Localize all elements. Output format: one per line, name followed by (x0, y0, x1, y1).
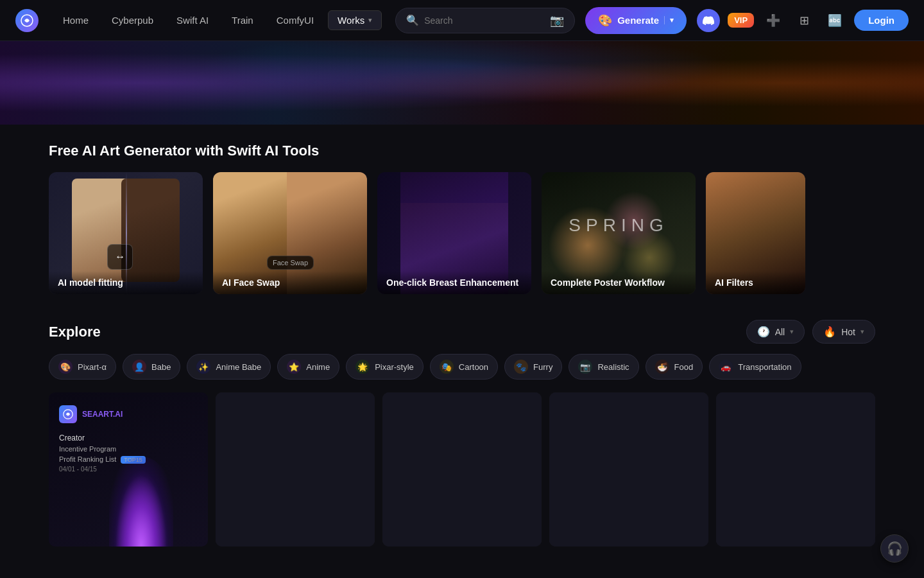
cat-pixar[interactable]: 🌟 Pixar-style (346, 354, 424, 380)
search-icon: 🔍 (406, 14, 419, 26)
empty-card-bg (382, 392, 542, 547)
cat-babe[interactable]: 👤 Babe (123, 354, 180, 380)
cat-transportation[interactable]: 🚗 Transportation (709, 354, 801, 380)
category-tags: 🎨 Pixart-α 👤 Babe ✨ Anime Babe ⭐ Anime 🌟… (49, 354, 875, 380)
content-card-inner (549, 392, 708, 547)
content-card-2[interactable] (216, 392, 375, 547)
fire-icon: 🔥 (823, 326, 836, 338)
nav-cyberpub[interactable]: Cyberpub (103, 11, 162, 30)
nav-swift-ai[interactable]: Swift AI (167, 11, 218, 30)
spring-text: SPRING (569, 215, 668, 236)
cat-pixart[interactable]: 🎨 Pixart-α (49, 354, 116, 380)
pixar-icon: 🌟 (355, 360, 370, 374)
cat-furry[interactable]: 🐾 Furry (504, 354, 562, 380)
tool-card-label: One-click Breast Enhancement (377, 271, 531, 294)
tool-card-ai-filters[interactable]: AI Filters (706, 172, 805, 294)
transportation-icon: 🚗 (719, 360, 733, 374)
cat-realistic[interactable]: 📷 Realistic (569, 354, 638, 380)
nav-links: Home Cyberpub Swift AI Train ComfyUI Wor… (54, 10, 385, 30)
generate-button[interactable]: 🎨 Generate ▾ (585, 7, 687, 34)
nav-train[interactable]: Train (223, 11, 262, 30)
nav-home[interactable]: Home (54, 11, 98, 30)
camera-icon[interactable]: 📷 (550, 13, 564, 28)
content-card-inner (382, 392, 542, 547)
nav-works[interactable]: Works ▾ (328, 10, 382, 30)
tools-section-title: Free AI Art Generator with Swift AI Tool… (49, 143, 875, 159)
empty-card-bg (549, 392, 708, 547)
pixart-icon: 🎨 (58, 360, 73, 374)
creator-logo: SEAART.AI (59, 405, 198, 423)
tool-card-breast-enhancement[interactable]: One-click Breast Enhancement (377, 172, 531, 294)
all-chevron: ▾ (790, 328, 794, 336)
anime-babe-icon: ✨ (196, 360, 210, 374)
babe-icon: 👤 (132, 360, 146, 374)
creator-logo-icon (59, 405, 77, 423)
main-content: Free AI Art Generator with Swift AI Tool… (0, 125, 924, 565)
works-chevron: ▾ (368, 16, 372, 24)
cat-anime[interactable]: ⭐ Anime (277, 354, 339, 380)
logo[interactable] (15, 9, 38, 32)
tool-card-poster-workflow[interactable]: SPRING Complete Poster Workflow (542, 172, 696, 294)
filter-all-button[interactable]: 🕐 All ▾ (746, 320, 805, 344)
creator-incentive-card[interactable]: SEAART.AI Creator Incentive Program Prof… (49, 392, 208, 547)
explore-header: Explore 🕐 All ▾ 🔥 Hot ▾ (49, 320, 875, 344)
tool-card-label: Complete Poster Workflow (542, 271, 696, 294)
grid-icon[interactable]: ⊞ (792, 9, 816, 32)
empty-card-bg (216, 392, 375, 547)
nav-right: VIP ➕ ⊞ 🔤 Login (697, 9, 909, 32)
navbar: Home Cyberpub Swift AI Train ComfyUI Wor… (0, 0, 924, 41)
support-button[interactable]: 🎧 (880, 534, 909, 563)
cat-anime-babe[interactable]: ✨ Anime Babe (187, 354, 271, 380)
anime-icon: ⭐ (287, 360, 301, 374)
vip-badge[interactable]: VIP (728, 13, 754, 28)
cat-cartoon[interactable]: 🎭 Cartoon (430, 354, 498, 380)
creator-program-title: Creator (59, 434, 198, 442)
content-card-5[interactable] (716, 392, 875, 547)
generate-icon: 🎨 (598, 13, 612, 28)
explore-title: Explore (49, 324, 101, 340)
creator-logo-text: SEAART.AI (82, 410, 123, 419)
tool-card-face-swap[interactable]: Face Swap AI Face Swap (213, 172, 367, 294)
cartoon-icon: 🎭 (440, 360, 454, 374)
realistic-icon: 📷 (578, 360, 592, 374)
tools-grid: ↔ AI model fitting Face Swap AI Face Swa… (49, 172, 875, 294)
content-card-inner (716, 392, 875, 547)
add-icon[interactable]: ➕ (762, 9, 785, 32)
face-swap-badge: Face Swap (267, 256, 314, 270)
tool-card-label: AI Face Swap (213, 271, 367, 294)
tool-card-label: AI Filters (706, 271, 805, 294)
furry-icon: 🐾 (514, 360, 528, 374)
filter-hot-button[interactable]: 🔥 Hot ▾ (812, 320, 875, 344)
tool-card-label: AI model fitting (49, 271, 203, 294)
hot-chevron: ▾ (860, 328, 864, 336)
nav-comfyui[interactable]: ComfyUI (268, 11, 323, 30)
cat-food[interactable]: 🍜 Food (646, 354, 703, 380)
tool-card-model-fitting[interactable]: ↔ AI model fitting (49, 172, 203, 294)
content-grid: SEAART.AI Creator Incentive Program Prof… (49, 392, 875, 547)
search-bar: 🔍 📷 (395, 8, 575, 33)
creator-card-inner: SEAART.AI Creator Incentive Program Prof… (49, 392, 208, 547)
empty-card-bg (716, 392, 875, 547)
content-card-4[interactable] (549, 392, 708, 547)
content-card-3[interactable] (382, 392, 542, 547)
login-button[interactable]: Login (854, 10, 909, 31)
clock-icon: 🕐 (757, 326, 770, 338)
explore-controls: 🕐 All ▾ 🔥 Hot ▾ (746, 320, 875, 344)
creator-program-subtitle: Incentive Program (59, 445, 198, 453)
headset-icon: 🎧 (887, 541, 903, 556)
content-card-inner (216, 392, 375, 547)
swap-icon: ↔ (107, 244, 133, 270)
discord-button[interactable] (697, 9, 720, 32)
hero-banner (0, 41, 924, 125)
generate-chevron: ▾ (664, 16, 674, 24)
translate-icon[interactable]: 🔤 (823, 9, 846, 32)
creator-card-bg: SEAART.AI Creator Incentive Program Prof… (49, 392, 208, 547)
creator-flame (109, 457, 173, 547)
search-input[interactable] (424, 15, 550, 26)
food-icon: 🍜 (655, 360, 669, 374)
